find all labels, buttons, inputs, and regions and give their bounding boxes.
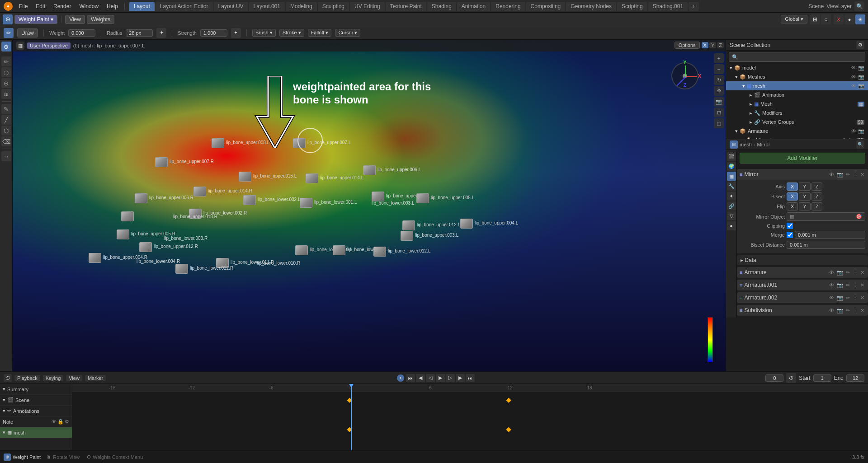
- bone-cube-lower012R[interactable]: [175, 264, 188, 274]
- status-mode-icon[interactable]: ⊕: [4, 454, 11, 461]
- viewport-gizmo[interactable]: X Y Z: [671, 62, 703, 94]
- shading-material-btn[interactable]: ◈: [855, 14, 865, 24]
- edit-menu[interactable]: Edit: [32, 2, 49, 10]
- mirror-edit-icon[interactable]: ✏: [845, 171, 851, 178]
- props-icon-material[interactable]: ●: [727, 221, 736, 230]
- step-back-btn[interactable]: ◁: [426, 374, 435, 382]
- falloff-dropdown[interactable]: Falloff ▾: [308, 29, 332, 37]
- mirror-realtime-icon[interactable]: 👁: [828, 171, 835, 178]
- flip-y-btn[interactable]: Y: [799, 202, 810, 210]
- tab-rendering[interactable]: Rendering: [491, 2, 525, 11]
- armature-coll-render-eye[interactable]: 📷: [858, 128, 864, 134]
- bone-cube-006L[interactable]: [363, 165, 376, 175]
- tab-sculpting[interactable]: Sculpting: [318, 2, 349, 11]
- arm-mod-rt-3[interactable]: 👁: [828, 295, 835, 301]
- playhead-line[interactable]: [351, 384, 352, 450]
- z-axis-btn[interactable]: Z: [717, 42, 724, 48]
- brush-dropdown[interactable]: Brush ▾: [252, 29, 276, 37]
- step-fwd-btn[interactable]: ▷: [446, 374, 455, 382]
- render-menu[interactable]: Render: [50, 2, 75, 10]
- jump-end-btn[interactable]: ⏭: [466, 374, 475, 382]
- cursor-dropdown[interactable]: Cursor ▾: [335, 29, 360, 37]
- tool-annotate[interactable]: ✎: [1, 104, 11, 114]
- breadcrumb-mesh[interactable]: mesh: [740, 142, 752, 147]
- mirror-obj-pick-btn[interactable]: 🎯: [856, 214, 862, 220]
- start-frame-input[interactable]: [813, 374, 831, 382]
- radius-value-input[interactable]: [126, 29, 153, 37]
- blender-logo[interactable]: ●: [4, 2, 13, 11]
- xray-view-btn[interactable]: ◫: [714, 118, 724, 128]
- bone-cube-lower005R-2[interactable]: [121, 211, 134, 221]
- tab-shading[interactable]: Shading: [427, 2, 456, 11]
- clipping-checkbox[interactable]: [787, 223, 793, 229]
- mirror-render-icon[interactable]: 📷: [836, 171, 844, 178]
- x-axis-btn[interactable]: X: [702, 42, 708, 48]
- tab-scripting[interactable]: Scripting: [617, 2, 647, 11]
- strength-pressure-btn[interactable]: ✦: [231, 28, 241, 38]
- bone-cube-007L[interactable]: [293, 138, 306, 148]
- tool-measure[interactable]: ↔: [1, 151, 11, 161]
- track-note-settings[interactable]: ⚙: [65, 419, 69, 425]
- bone-cube-upper012R[interactable]: [139, 242, 152, 252]
- arm-mod-menu-1[interactable]: ⋮: [852, 269, 859, 276]
- mode-icon[interactable]: ⊕: [3, 14, 13, 24]
- tool-blur[interactable]: ◌: [1, 67, 11, 77]
- outliner-item-aarmature[interactable]: ▸ 🦴 AArmature 👁 📷 99: [726, 136, 868, 139]
- marker-menu-btn[interactable]: Marker: [85, 375, 106, 381]
- mirror-modifier-header[interactable]: ≡ Mirror 👁 📷 ✏ ⋮ ✕: [737, 169, 868, 180]
- props-icon-object[interactable]: ▦: [727, 172, 736, 181]
- timestamp-btn[interactable]: ⏱: [786, 373, 796, 383]
- outliner-item-meshes[interactable]: ▾ 📦 Meshes 👁 📷: [726, 72, 868, 81]
- props-icon-world[interactable]: 🌍: [727, 162, 736, 171]
- weights-menu-btn[interactable]: Weights: [87, 15, 114, 24]
- model-render-eye[interactable]: 📷: [858, 65, 864, 71]
- bone-cube-lower012L[interactable]: [373, 247, 386, 257]
- merge-checkbox[interactable]: [787, 232, 793, 238]
- options-btn[interactable]: Options: [675, 42, 700, 49]
- props-icon-particles[interactable]: ✦: [727, 192, 736, 201]
- tab-shading-001[interactable]: Shading.001: [648, 2, 688, 11]
- prev-keyframe-btn[interactable]: ◀: [416, 374, 425, 382]
- window-menu[interactable]: Window: [75, 2, 102, 10]
- tab-modeling[interactable]: Modeling: [286, 2, 317, 11]
- meshes-render-eye[interactable]: 📷: [858, 74, 864, 80]
- bone-cube-lower001L[interactable]: [300, 198, 312, 208]
- mirror-menu-icon[interactable]: ⋮: [852, 171, 859, 178]
- bone-cube-lower004L[interactable]: [401, 231, 413, 241]
- bone-cube-upper004L[interactable]: [460, 219, 473, 229]
- tool-cursor[interactable]: ⊕: [1, 42, 11, 51]
- bisect-dist-value[interactable]: 0.001 m: [787, 241, 865, 249]
- tab-layout-action[interactable]: Layout Action Editor: [156, 2, 213, 11]
- breadcrumb-mirror[interactable]: Mirror: [757, 142, 770, 147]
- bone-cube-lower002L[interactable]: [243, 195, 256, 205]
- gizmo-circle[interactable]: X Y Z: [671, 62, 698, 89]
- meshes-visibility-eye[interactable]: 👁: [851, 74, 856, 80]
- transform-space-selector[interactable]: Global ▾: [781, 15, 807, 23]
- model-visibility-eye[interactable]: 👁: [851, 65, 856, 70]
- tool-annotate-polygon[interactable]: ⬡: [1, 126, 11, 136]
- props-search-btn[interactable]: 🔍: [856, 140, 864, 149]
- bisect-z-btn[interactable]: Z: [811, 192, 823, 201]
- tab-texture-paint[interactable]: Texture Paint: [386, 2, 426, 11]
- camera-view-btn[interactable]: 📷: [714, 97, 724, 107]
- bisect-x-btn[interactable]: X: [787, 192, 798, 201]
- axis-z-btn[interactable]: Z: [811, 182, 823, 191]
- outliner-item-model[interactable]: ▾ 📦 model 👁 📷: [726, 63, 868, 72]
- bone-cube-upper005R[interactable]: [117, 229, 129, 239]
- outliner-filter-btn[interactable]: ⚙: [856, 41, 864, 49]
- bone-cube-lower010L[interactable]: [295, 245, 308, 255]
- bone-cube-005L[interactable]: [416, 193, 429, 203]
- track-note-lock[interactable]: 🔒: [57, 419, 64, 425]
- outliner-item-armature[interactable]: ▾ 📦 Armature 👁 📷: [726, 126, 868, 136]
- strength-value-input[interactable]: [200, 29, 227, 37]
- subdiv-close[interactable]: ✕: [859, 307, 865, 314]
- arm-mod-rt-1[interactable]: 👁: [828, 269, 835, 276]
- mesh-visibility-eye[interactable]: 👁: [851, 83, 856, 89]
- subdivision-mod-header[interactable]: ≡ Subdivision 👁 📷 ✏ ⋮ ✕: [737, 305, 868, 316]
- armature-mod-header-2[interactable]: ≡ Armature.001 👁 📷 ✏ ⋮ ✕: [737, 280, 868, 290]
- subdiv-edit[interactable]: ✏: [845, 307, 851, 314]
- tool-annotate-erase[interactable]: ⌫: [1, 136, 11, 146]
- arm-mod-edit-3[interactable]: ✏: [845, 295, 851, 301]
- props-icon-constraints[interactable]: 🔗: [727, 201, 736, 210]
- jump-start-btn[interactable]: ⏮: [406, 374, 415, 382]
